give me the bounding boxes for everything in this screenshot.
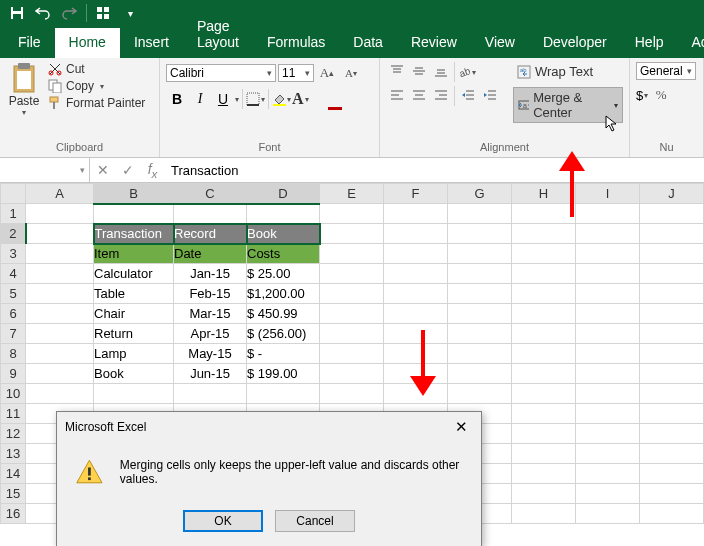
tab-acrobat[interactable]: Acrobat <box>678 28 704 58</box>
cell[interactable]: Book <box>247 224 320 244</box>
ok-button[interactable]: OK <box>183 510 263 532</box>
row-header[interactable]: 5 <box>1 284 26 304</box>
orientation-button[interactable]: ab▾ <box>457 62 476 82</box>
cell[interactable]: Mar-15 <box>174 304 247 324</box>
row-header[interactable]: 13 <box>1 444 26 464</box>
row-header[interactable]: 10 <box>1 384 26 404</box>
cancel-formula-icon[interactable]: ✕ <box>90 158 115 182</box>
cell[interactable]: Transaction <box>94 224 174 244</box>
row-header[interactable]: 1 <box>1 204 26 224</box>
col-header[interactable]: C <box>174 184 247 204</box>
underline-button[interactable]: U▾ <box>212 88 239 110</box>
enter-formula-icon[interactable]: ✓ <box>115 158 140 182</box>
cell[interactable]: Apr-15 <box>174 324 247 344</box>
tab-developer[interactable]: Developer <box>529 28 621 58</box>
align-left-icon[interactable] <box>386 86 408 104</box>
cell[interactable]: Date <box>174 244 247 264</box>
touch-mode-icon[interactable] <box>93 2 115 24</box>
row-header[interactable]: 15 <box>1 484 26 504</box>
cell[interactable]: $1,200.00 <box>247 284 320 304</box>
cell[interactable]: Calculator <box>94 264 174 284</box>
cell[interactable]: Feb-15 <box>174 284 247 304</box>
name-box[interactable]: ▾ <box>0 158 90 182</box>
cancel-button[interactable]: Cancel <box>275 510 355 532</box>
bold-button[interactable]: B <box>166 88 188 110</box>
number-format-combo[interactable]: General▾ <box>636 62 696 80</box>
tab-file[interactable]: File <box>4 28 55 58</box>
row-header[interactable]: 4 <box>1 264 26 284</box>
row-header[interactable]: 6 <box>1 304 26 324</box>
cell[interactable]: $ 25.00 <box>247 264 320 284</box>
col-header[interactable]: G <box>448 184 512 204</box>
align-bottom-icon[interactable] <box>430 62 452 80</box>
tab-data[interactable]: Data <box>339 28 397 58</box>
col-header[interactable]: F <box>384 184 448 204</box>
row-header[interactable]: 3 <box>1 244 26 264</box>
font-name-combo[interactable]: Calibri▾ <box>166 64 276 82</box>
cell[interactable]: $ 450.99 <box>247 304 320 324</box>
tab-review[interactable]: Review <box>397 28 471 58</box>
increase-indent-icon[interactable] <box>479 86 501 104</box>
row-header[interactable]: 14 <box>1 464 26 484</box>
percent-button[interactable]: % <box>650 84 672 106</box>
close-icon[interactable]: ✕ <box>449 418 473 436</box>
cell[interactable]: Chair <box>94 304 174 324</box>
row-header[interactable]: 11 <box>1 404 26 424</box>
cell[interactable]: Return <box>94 324 174 344</box>
tab-page-layout[interactable]: Page Layout <box>183 12 253 58</box>
row-header[interactable]: 7 <box>1 324 26 344</box>
undo-icon[interactable] <box>32 2 54 24</box>
redo-icon[interactable] <box>58 2 80 24</box>
cell[interactable]: Book <box>94 364 174 384</box>
row-header[interactable]: 9 <box>1 364 26 384</box>
cell[interactable]: $ 199.00 <box>247 364 320 384</box>
align-right-icon[interactable] <box>430 86 452 104</box>
cell[interactable]: May-15 <box>174 344 247 364</box>
wrap-text-button[interactable]: ab Wrap Text <box>513 62 623 81</box>
cell[interactable]: Costs <box>247 244 320 264</box>
tab-view[interactable]: View <box>471 28 529 58</box>
font-size-combo[interactable]: 11▾ <box>278 64 314 82</box>
col-header[interactable]: I <box>576 184 640 204</box>
fx-icon[interactable]: fx <box>140 158 165 182</box>
formula-input[interactable]: Transaction <box>165 158 704 182</box>
col-header[interactable]: A <box>26 184 94 204</box>
cell[interactable]: $ - <box>247 344 320 364</box>
paste-button[interactable]: Paste ▾ <box>6 62 42 139</box>
col-header[interactable]: B <box>94 184 174 204</box>
tab-insert[interactable]: Insert <box>120 28 183 58</box>
col-header[interactable]: E <box>320 184 384 204</box>
align-top-icon[interactable] <box>386 62 408 80</box>
tab-home[interactable]: Home <box>55 28 120 58</box>
select-all-corner[interactable] <box>1 184 26 204</box>
col-header[interactable]: J <box>640 184 704 204</box>
row-header[interactable]: 8 <box>1 344 26 364</box>
tab-formulas[interactable]: Formulas <box>253 28 339 58</box>
format-painter-button[interactable]: Format Painter <box>48 96 145 110</box>
cell[interactable]: $ (256.00) <box>247 324 320 344</box>
cut-button[interactable]: Cut <box>48 62 145 76</box>
cell[interactable]: Lamp <box>94 344 174 364</box>
row-header[interactable]: 2 <box>1 224 26 244</box>
row-header[interactable]: 12 <box>1 424 26 444</box>
tab-help[interactable]: Help <box>621 28 678 58</box>
accounting-format-button[interactable]: $▾ <box>636 84 648 106</box>
cell[interactable]: Table <box>94 284 174 304</box>
col-header[interactable]: H <box>512 184 576 204</box>
customize-qat-icon[interactable]: ▾ <box>119 2 141 24</box>
cell[interactable]: Record <box>174 224 247 244</box>
row-header[interactable]: 16 <box>1 504 26 524</box>
save-icon[interactable] <box>6 2 28 24</box>
fill-color-button[interactable]: ▾ <box>272 92 291 106</box>
border-button[interactable]: ▾ <box>246 92 265 106</box>
cell[interactable]: Jun-15 <box>174 364 247 384</box>
decrease-font-icon[interactable]: A▾ <box>340 62 362 84</box>
cell[interactable]: Item <box>94 244 174 264</box>
font-color-button[interactable]: A▾ <box>292 90 309 108</box>
copy-button[interactable]: Copy▾ <box>48 79 145 93</box>
align-center-icon[interactable] <box>408 86 430 104</box>
increase-font-icon[interactable]: A▴ <box>316 62 338 84</box>
align-middle-icon[interactable] <box>408 62 430 80</box>
decrease-indent-icon[interactable] <box>457 86 479 104</box>
italic-button[interactable]: I <box>189 88 211 110</box>
